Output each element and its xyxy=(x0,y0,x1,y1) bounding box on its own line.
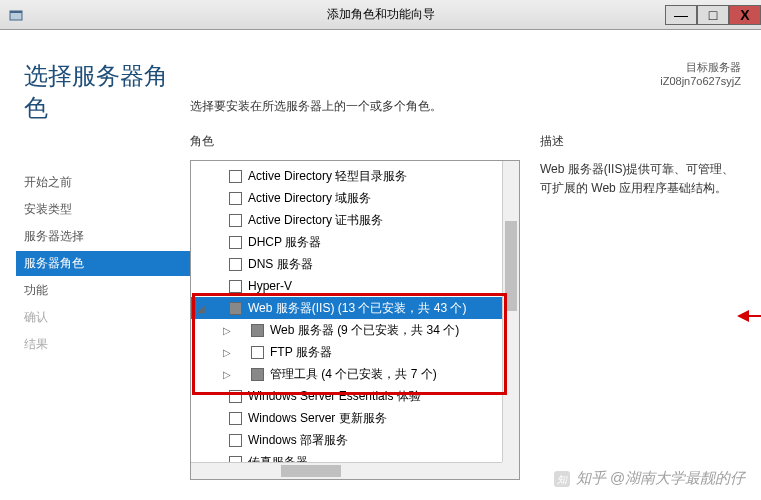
page-title: 选择服务器角色 xyxy=(24,60,190,124)
checkbox[interactable] xyxy=(229,302,242,315)
checkbox[interactable] xyxy=(251,346,264,359)
roles-column: 角色 Active Directory 轻型目录服务Active Directo… xyxy=(190,133,520,480)
app-icon xyxy=(6,5,26,25)
nav-item[interactable]: 服务器角色 xyxy=(16,251,190,276)
description-header: 描述 xyxy=(540,133,741,150)
tree-expand-icon[interactable]: ▷ xyxy=(223,325,233,336)
checkbox[interactable] xyxy=(229,390,242,403)
window-title: 添加角色和功能向导 xyxy=(0,6,761,23)
vertical-scrollbar[interactable] xyxy=(502,161,519,462)
nav-item[interactable]: 安装类型 xyxy=(16,197,190,222)
role-item[interactable]: Active Directory 域服务 xyxy=(191,187,519,209)
role-item[interactable]: Active Directory 证书服务 xyxy=(191,209,519,231)
nav-item[interactable]: 确认 xyxy=(16,305,190,330)
checkbox[interactable] xyxy=(229,280,242,293)
svg-rect-1 xyxy=(10,11,22,13)
svg-text:知: 知 xyxy=(557,474,568,485)
role-label: DNS 服务器 xyxy=(248,256,313,273)
nav-item[interactable]: 服务器选择 xyxy=(16,224,190,249)
role-item[interactable]: DHCP 服务器 xyxy=(191,231,519,253)
tree-expand-icon[interactable]: ◢ xyxy=(197,303,207,314)
nav-item[interactable]: 结果 xyxy=(16,332,190,357)
role-item[interactable]: ▷管理工具 (4 个已安装，共 7 个) xyxy=(191,363,519,385)
tree-expand-icon[interactable]: ▷ xyxy=(223,347,233,358)
checkbox[interactable] xyxy=(229,258,242,271)
role-label: Active Directory 轻型目录服务 xyxy=(248,168,407,185)
roles-header: 角色 xyxy=(190,133,520,150)
target-server-box: 目标服务器 iZ08jn7o627syjZ xyxy=(660,60,741,87)
role-label: Web 服务器(IIS) (13 个已安装，共 43 个) xyxy=(248,300,466,317)
role-label: FTP 服务器 xyxy=(270,344,332,361)
description-text: Web 服务器(IIS)提供可靠、可管理、可扩展的 Web 应用程序基础结构。 xyxy=(540,160,741,198)
annotation-arrow-icon xyxy=(735,306,761,326)
role-label: Web 服务器 (9 个已安装，共 34 个) xyxy=(270,322,459,339)
checkbox[interactable] xyxy=(229,434,242,447)
nav-item[interactable]: 开始之前 xyxy=(16,170,190,195)
role-label: Hyper-V xyxy=(248,279,292,293)
roles-list: Active Directory 轻型目录服务Active Directory … xyxy=(191,161,519,480)
role-item[interactable]: ◢Web 服务器(IIS) (13 个已安装，共 43 个) xyxy=(191,297,519,319)
role-item[interactable]: Windows Server 更新服务 xyxy=(191,407,519,429)
roles-listbox[interactable]: Active Directory 轻型目录服务Active Directory … xyxy=(190,160,520,480)
checkbox[interactable] xyxy=(229,236,242,249)
horizontal-scrollbar[interactable] xyxy=(191,462,502,479)
role-label: DHCP 服务器 xyxy=(248,234,321,251)
role-item[interactable]: ▷FTP 服务器 xyxy=(191,341,519,363)
checkbox[interactable] xyxy=(229,192,242,205)
watermark-text: 知乎 @湖南大学最靓的仔 xyxy=(576,469,745,488)
wizard-nav: 开始之前安装类型服务器选择服务器角色功能确认结果 xyxy=(24,170,190,357)
checkbox[interactable] xyxy=(251,368,264,381)
role-item[interactable]: ▷Web 服务器 (9 个已安装，共 34 个) xyxy=(191,319,519,341)
maximize-button[interactable]: □ xyxy=(697,5,729,25)
window-buttons: — □ X xyxy=(665,5,761,25)
role-item[interactable]: DNS 服务器 xyxy=(191,253,519,275)
close-button[interactable]: X xyxy=(729,5,761,25)
role-item[interactable]: Active Directory 轻型目录服务 xyxy=(191,165,519,187)
watermark: 知 知乎 @湖南大学最靓的仔 xyxy=(554,469,745,488)
zhihu-icon: 知 xyxy=(554,471,570,487)
role-label: Windows 部署服务 xyxy=(248,432,348,449)
target-server-label: 目标服务器 xyxy=(660,60,741,75)
checkbox[interactable] xyxy=(229,412,242,425)
left-pane: 选择服务器角色 开始之前安装类型服务器选择服务器角色功能确认结果 xyxy=(0,30,190,500)
role-item[interactable]: Windows Server Essentials 体验 xyxy=(191,385,519,407)
role-label: Active Directory 证书服务 xyxy=(248,212,383,229)
scrollbar-corner xyxy=(502,462,519,479)
scrollbar-thumb[interactable] xyxy=(281,465,341,477)
role-label: Windows Server Essentials 体验 xyxy=(248,388,421,405)
scrollbar-thumb[interactable] xyxy=(505,221,517,311)
checkbox[interactable] xyxy=(229,214,242,227)
checkbox[interactable] xyxy=(229,170,242,183)
role-item[interactable]: Hyper-V xyxy=(191,275,519,297)
description-column: 描述 Web 服务器(IIS)提供可靠、可管理、可扩展的 Web 应用程序基础结… xyxy=(520,133,761,480)
svg-marker-3 xyxy=(737,310,749,322)
role-item[interactable]: Windows 部署服务 xyxy=(191,429,519,451)
main-pane: 目标服务器 iZ08jn7o627syjZ 选择要安装在所选服务器上的一个或多个… xyxy=(190,30,761,500)
tree-expand-icon[interactable]: ▷ xyxy=(223,369,233,380)
role-label: Active Directory 域服务 xyxy=(248,190,371,207)
wizard-body: 选择服务器角色 开始之前安装类型服务器选择服务器角色功能确认结果 目标服务器 i… xyxy=(0,30,761,500)
checkbox[interactable] xyxy=(251,324,264,337)
target-server-value: iZ08jn7o627syjZ xyxy=(660,75,741,87)
minimize-button[interactable]: — xyxy=(665,5,697,25)
window-titlebar: 添加角色和功能向导 — □ X xyxy=(0,0,761,30)
nav-item[interactable]: 功能 xyxy=(16,278,190,303)
role-label: 管理工具 (4 个已安装，共 7 个) xyxy=(270,366,437,383)
role-label: Windows Server 更新服务 xyxy=(248,410,387,427)
instruction-text: 选择要安装在所选服务器上的一个或多个角色。 xyxy=(190,98,761,115)
